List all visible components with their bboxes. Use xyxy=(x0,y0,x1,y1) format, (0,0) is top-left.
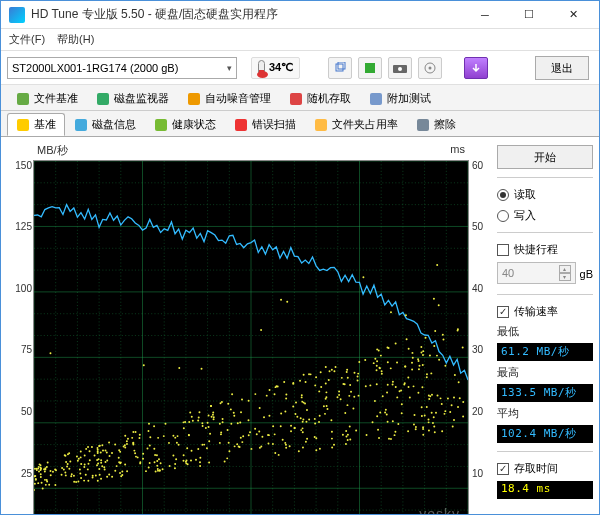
svg-point-70 xyxy=(308,419,310,421)
svg-point-124 xyxy=(76,455,78,457)
action-button[interactable] xyxy=(464,57,488,79)
minimize-button[interactable]: ─ xyxy=(463,1,507,29)
svg-point-148 xyxy=(290,430,292,432)
svg-point-434 xyxy=(459,397,461,399)
svg-point-160 xyxy=(105,461,107,463)
max-value: 133.5 MB/秒 xyxy=(497,384,593,402)
tab-bulb[interactable]: 基准 xyxy=(7,113,65,136)
tab-file[interactable]: 文件基准 xyxy=(7,87,87,110)
svg-point-298 xyxy=(249,431,251,433)
svg-point-266 xyxy=(254,393,256,395)
tab-erase[interactable]: 擦除 xyxy=(407,113,465,136)
exit-button[interactable]: 退出 xyxy=(535,56,589,80)
settings-button[interactable] xyxy=(418,57,442,79)
svg-point-290 xyxy=(158,458,160,460)
svg-point-551 xyxy=(341,377,343,379)
svg-rect-1 xyxy=(338,62,345,69)
svg-point-117 xyxy=(149,436,151,438)
svg-point-540 xyxy=(346,371,348,373)
svg-point-367 xyxy=(303,402,305,404)
tab-extra[interactable]: 附加测试 xyxy=(360,87,440,110)
svg-point-185 xyxy=(452,425,454,427)
tab-error[interactable]: 错误扫描 xyxy=(225,113,305,136)
svg-point-223 xyxy=(47,462,49,464)
tab-random[interactable]: 随机存取 xyxy=(280,87,360,110)
svg-point-220 xyxy=(347,377,349,379)
svg-point-603 xyxy=(346,435,348,437)
svg-point-263 xyxy=(175,458,177,460)
svg-point-476 xyxy=(315,437,317,439)
shortstroke-check[interactable]: 快捷行程 xyxy=(497,241,593,258)
tab-health[interactable]: 健康状态 xyxy=(145,113,225,136)
svg-rect-12 xyxy=(17,119,29,131)
svg-point-487 xyxy=(131,437,133,439)
drive-select[interactable]: ST2000LX001-1RG174 (2000 gB) ▾ xyxy=(7,57,237,79)
svg-point-451 xyxy=(429,395,431,397)
svg-point-460 xyxy=(52,471,54,473)
svg-rect-17 xyxy=(417,119,429,131)
svg-point-257 xyxy=(80,456,82,458)
svg-point-543 xyxy=(285,447,287,449)
read-radio[interactable]: 读取 xyxy=(497,186,593,203)
svg-point-149 xyxy=(435,412,437,414)
svg-point-252 xyxy=(119,451,121,453)
tab-speaker[interactable]: 自动噪音管理 xyxy=(178,87,280,110)
svg-point-79 xyxy=(156,465,158,467)
svg-point-463 xyxy=(299,380,301,382)
svg-point-343 xyxy=(202,425,204,427)
tab-info[interactable]: 磁盘信息 xyxy=(65,113,145,136)
svg-point-525 xyxy=(97,449,99,451)
maximize-button[interactable]: ☐ xyxy=(507,1,551,29)
svg-point-599 xyxy=(220,431,222,433)
svg-point-57 xyxy=(34,489,35,491)
svg-point-374 xyxy=(121,471,123,473)
svg-point-441 xyxy=(40,469,42,471)
svg-rect-13 xyxy=(75,119,87,131)
svg-point-538 xyxy=(428,430,430,432)
tab-folder[interactable]: 文件夹占用率 xyxy=(305,113,407,136)
svg-point-584 xyxy=(237,422,239,424)
svg-point-64 xyxy=(306,409,308,411)
svg-point-200 xyxy=(114,470,116,472)
screenshot-button[interactable] xyxy=(388,57,412,79)
stroke-input: 40 ▴▾ xyxy=(497,262,576,284)
svg-point-121 xyxy=(444,410,446,412)
access-time-check[interactable]: ✓存取时间 xyxy=(497,460,593,477)
svg-point-178 xyxy=(295,402,297,404)
svg-point-248 xyxy=(330,419,332,421)
svg-point-452 xyxy=(325,396,327,398)
svg-point-469 xyxy=(326,405,328,407)
start-button[interactable]: 开始 xyxy=(497,145,593,169)
write-radio[interactable]: 写入 xyxy=(497,207,593,224)
svg-point-143 xyxy=(408,386,410,388)
svg-point-382 xyxy=(290,425,292,427)
svg-point-407 xyxy=(228,450,230,452)
copy-button[interactable] xyxy=(328,57,352,79)
transfer-rate-check[interactable]: ✓传输速率 xyxy=(497,303,593,320)
svg-point-344 xyxy=(305,421,307,423)
svg-point-553 xyxy=(376,360,378,362)
svg-point-579 xyxy=(84,463,86,465)
svg-point-137 xyxy=(323,405,325,407)
svg-point-523 xyxy=(73,481,75,483)
svg-point-349 xyxy=(280,299,282,301)
svg-point-127 xyxy=(449,411,451,413)
save-button[interactable] xyxy=(358,57,382,79)
svg-point-412 xyxy=(318,390,320,392)
svg-point-63 xyxy=(143,364,145,366)
svg-point-594 xyxy=(374,400,376,402)
menu-help[interactable]: 帮助(H) xyxy=(57,32,94,47)
menu-file[interactable]: 文件(F) xyxy=(9,32,45,47)
svg-point-372 xyxy=(462,415,464,417)
svg-point-81 xyxy=(438,304,440,306)
svg-point-235 xyxy=(418,368,420,370)
svg-point-188 xyxy=(415,428,417,430)
svg-point-573 xyxy=(101,465,103,467)
svg-point-102 xyxy=(84,455,86,457)
svg-point-294 xyxy=(165,423,167,425)
avg-label: 平均 xyxy=(497,406,593,421)
close-button[interactable]: ✕ xyxy=(551,1,595,29)
svg-point-571 xyxy=(219,423,221,425)
svg-point-173 xyxy=(198,411,200,413)
tab-disk[interactable]: 磁盘监视器 xyxy=(87,87,178,110)
